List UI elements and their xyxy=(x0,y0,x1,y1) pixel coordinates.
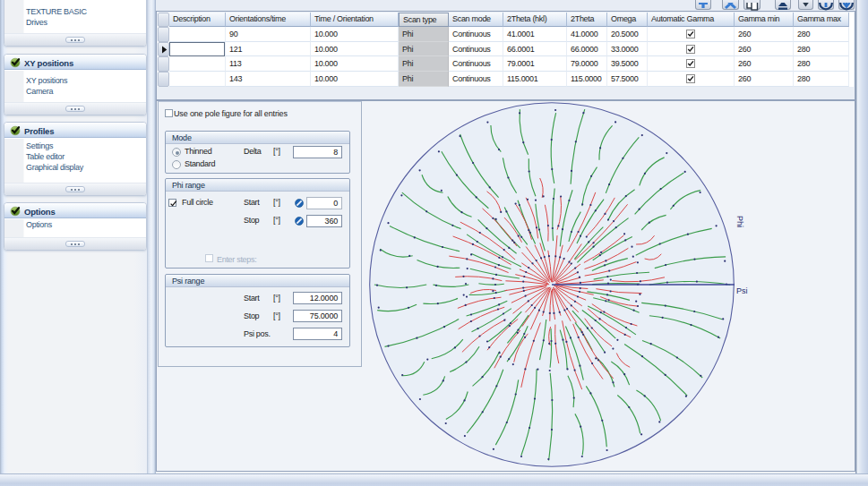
svg-text:Phi: Phi xyxy=(735,216,744,227)
svg-text:Psi: Psi xyxy=(736,286,748,295)
